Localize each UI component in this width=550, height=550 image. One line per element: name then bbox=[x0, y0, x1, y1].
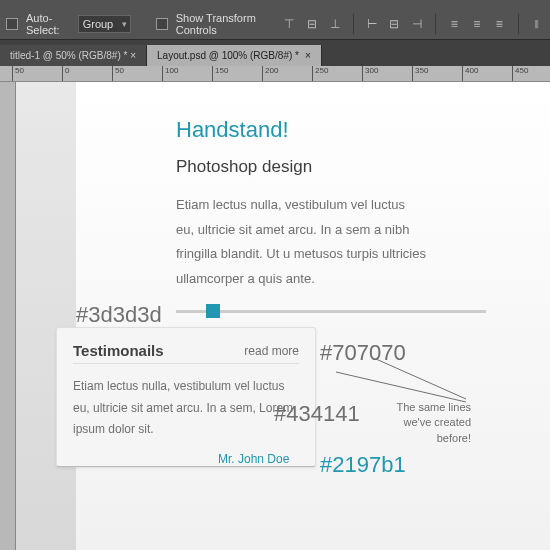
read-more-link[interactable]: read more bbox=[244, 344, 299, 358]
distribute-vcenter-icon[interactable]: ≡ bbox=[470, 14, 485, 34]
distribute-top-icon[interactable]: ≡ bbox=[447, 14, 462, 34]
card-body: Etiam lectus nulla, vestibulum vel luctu… bbox=[73, 376, 299, 441]
auto-select-checkbox[interactable] bbox=[6, 18, 18, 30]
align-left-icon[interactable]: ⊢ bbox=[365, 14, 380, 34]
tab-layout[interactable]: Layout.psd @ 100% (RGB/8#) * × bbox=[147, 45, 322, 66]
horizontal-ruler[interactable]: 50050100150200250300350400450 bbox=[0, 66, 550, 82]
auto-select-label: Auto-Select: bbox=[26, 12, 70, 36]
tab-label: titled-1 @ 50% (RGB/8#) * × bbox=[10, 50, 136, 61]
layer-type-select[interactable]: Group bbox=[78, 15, 131, 33]
slider-track bbox=[176, 310, 486, 313]
color-annotation-4: #2197b1 bbox=[320, 452, 406, 478]
body-text: Etiam lectus nulla, vestibulum vel luctu… bbox=[176, 193, 426, 292]
close-icon[interactable]: × bbox=[305, 50, 311, 61]
ruler-tick: 400 bbox=[462, 66, 478, 81]
separator bbox=[518, 14, 519, 34]
menu-bar bbox=[0, 0, 550, 8]
color-annotation-2: #707070 bbox=[320, 340, 406, 366]
card-title: Testimonails bbox=[73, 342, 164, 359]
ruler-tick: 200 bbox=[262, 66, 278, 81]
heading-1: Handstand! bbox=[176, 117, 426, 143]
ruler-tick: 50 bbox=[112, 66, 124, 81]
align-hcenter-icon[interactable]: ⊟ bbox=[387, 14, 402, 34]
tab-label: Layout.psd @ 100% (RGB/8#) * bbox=[157, 50, 299, 61]
slider-handle[interactable] bbox=[206, 304, 220, 318]
transform-checkbox[interactable] bbox=[156, 18, 168, 30]
ruler-tick: 150 bbox=[212, 66, 228, 81]
annotation-note: The same lines we've created before! bbox=[376, 400, 471, 446]
ruler-tick: 300 bbox=[362, 66, 378, 81]
align-top-icon[interactable]: ⊤ bbox=[282, 14, 297, 34]
ruler-tick: 100 bbox=[162, 66, 178, 81]
tab-untitled[interactable]: titled-1 @ 50% (RGB/8#) * × bbox=[0, 45, 147, 66]
ruler-tick: 50 bbox=[12, 66, 24, 81]
align-vcenter-icon[interactable]: ⊟ bbox=[305, 14, 320, 34]
author-link[interactable]: Mr. John Doe bbox=[218, 452, 289, 466]
separator bbox=[435, 14, 436, 34]
align-right-icon[interactable]: ⊣ bbox=[410, 14, 425, 34]
color-annotation-1: #3d3d3d bbox=[76, 302, 162, 328]
distribute-bottom-icon[interactable]: ≡ bbox=[492, 14, 507, 34]
ruler-tick: 250 bbox=[312, 66, 328, 81]
vertical-ruler[interactable] bbox=[0, 82, 16, 550]
ruler-tick: 350 bbox=[412, 66, 428, 81]
ruler-tick: 450 bbox=[512, 66, 528, 81]
document-tabs: titled-1 @ 50% (RGB/8#) * × Layout.psd @… bbox=[0, 40, 550, 66]
transform-label: Show Transform Controls bbox=[176, 12, 266, 36]
distribute-left-icon[interactable]: ⦀ bbox=[529, 14, 544, 34]
ruler-tick: 0 bbox=[62, 66, 69, 81]
heading-2: Photoshop design bbox=[176, 157, 426, 177]
testimonials-card: Testimonails read more Etiam lectus null… bbox=[56, 327, 316, 467]
color-annotation-3: #434141 bbox=[274, 401, 360, 427]
separator bbox=[353, 14, 354, 34]
options-bar: Auto-Select: Group Show Transform Contro… bbox=[0, 8, 550, 40]
canvas[interactable]: Handstand! Photoshop design Etiam lectus… bbox=[16, 82, 550, 550]
align-bottom-icon[interactable]: ⊥ bbox=[327, 14, 342, 34]
